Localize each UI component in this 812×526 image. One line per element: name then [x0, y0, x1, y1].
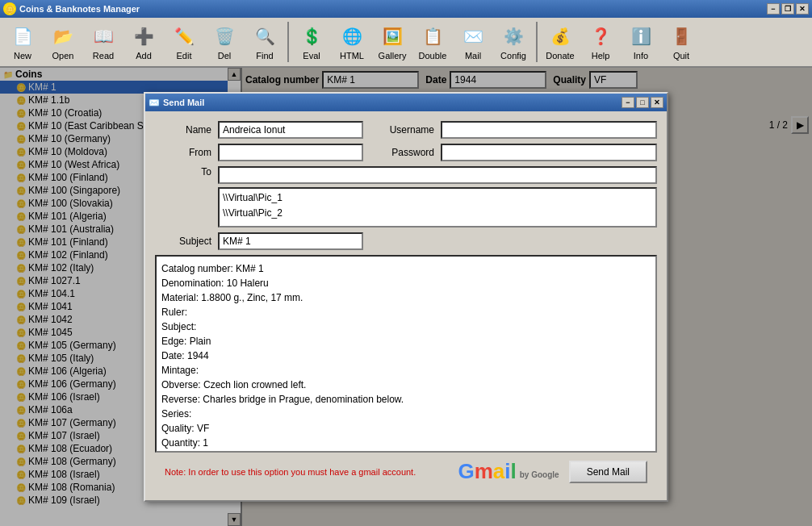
password-label: Password — [370, 147, 434, 158]
message-line-2: Denomination: 10 Haleru — [161, 276, 651, 290]
add-button[interactable]: ➕ Add — [124, 19, 163, 65]
app-title: Coins & Banknotes Manager — [19, 4, 140, 14]
message-line-3: Material: 1.8800 g., Zinc, 17 mm. — [161, 290, 651, 305]
subject-label: Subject — [155, 236, 211, 247]
html-icon: 🌐 — [339, 23, 365, 49]
gallery-button[interactable]: 🖼️ Gallery — [373, 19, 412, 65]
gallery-label: Gallery — [379, 51, 407, 61]
dialog-minimize-button[interactable]: − — [622, 97, 634, 108]
message-line-13: Quantity: 1 — [161, 436, 651, 450]
html-label: HTML — [340, 51, 364, 61]
info-icon: ℹ️ — [628, 23, 654, 49]
name-input[interactable] — [218, 121, 363, 139]
dialog-title-text: Send Mail — [163, 98, 204, 107]
from-input[interactable] — [218, 144, 363, 161]
open-button[interactable]: 📂 Open — [44, 19, 82, 65]
message-line-7: Date: 1944 — [161, 349, 651, 363]
del-icon: 🗑️ — [211, 23, 237, 49]
donate-icon: 💰 — [547, 23, 573, 49]
modal-overlay: ✉️ Send Mail − □ ✕ Name Username From — [0, 68, 812, 526]
double-label: Double — [419, 51, 447, 61]
quit-icon: 🚪 — [668, 23, 694, 49]
message-line-10: Reverse: Charles bridge in Prague, denom… — [161, 392, 651, 407]
dialog-controls: − □ ✕ — [622, 97, 663, 108]
double-icon: 📋 — [420, 23, 446, 49]
name-label: Name — [155, 124, 211, 136]
help-button[interactable]: ❓ Help — [581, 19, 620, 65]
help-icon: ❓ — [588, 23, 613, 49]
separator-2 — [536, 22, 538, 62]
mail-label: Mail — [465, 51, 481, 61]
paths-display: \\Virtual\Pic_1\\Virtual\Pic_2 — [218, 187, 657, 228]
message-line-1: Catalog number: KM# 1 — [161, 261, 651, 276]
message-line-4: Ruler: — [161, 305, 651, 319]
from-label: From — [155, 147, 211, 158]
send-mail-dialog: ✉️ Send Mail − □ ✕ Name Username From — [144, 92, 668, 502]
dialog-footer: Note: In order to use this option you mu… — [155, 453, 657, 491]
message-line-9: Obverse: Czech lion crowned left. — [161, 378, 651, 392]
info-button[interactable]: ℹ️ Info — [622, 19, 660, 65]
to-label: To — [155, 166, 211, 177]
title-bar: 🪙 Coins & Banknotes Manager − ❐ ✕ — [0, 0, 812, 18]
footer-note: Note: In order to use this option you mu… — [165, 467, 416, 477]
gallery-icon: 🖼️ — [379, 23, 405, 49]
config-icon: ⚙️ — [500, 23, 526, 49]
find-button[interactable]: 🔍 Find — [245, 19, 284, 65]
eval-icon: 💲 — [299, 23, 324, 49]
message-line-8: Mintage: — [161, 363, 651, 378]
read-icon: 📖 — [90, 23, 116, 49]
gmail-logo: Gmail by Google — [458, 459, 559, 484]
edit-label: Edit — [177, 51, 192, 61]
username-input[interactable] — [441, 121, 657, 139]
config-button[interactable]: ⚙️ Config — [494, 19, 533, 65]
close-button[interactable]: ✕ — [796, 3, 809, 15]
html-button[interactable]: 🌐 HTML — [333, 19, 371, 65]
read-label: Read — [93, 51, 114, 61]
find-label: Find — [256, 51, 273, 61]
message-line-6: Edge: Plain — [161, 334, 651, 349]
dialog-content: Name Username From Password To \\Virtual… — [145, 111, 667, 500]
dialog-title-icon: ✉️ — [149, 98, 160, 108]
mail-icon: ✉️ — [460, 23, 486, 49]
eval-label: Eval — [303, 51, 320, 61]
mail-button[interactable]: ✉️ Mail — [454, 19, 492, 65]
del-button[interactable]: 🗑️ Del — [205, 19, 244, 65]
donate-label: Donate — [546, 51, 574, 61]
open-icon: 📂 — [50, 23, 76, 49]
new-label: New — [14, 51, 31, 61]
eval-button[interactable]: 💲 Eval — [292, 19, 331, 65]
dialog-title-bar: ✉️ Send Mail − □ ✕ — [145, 94, 667, 111]
message-line-11: Series: — [161, 407, 651, 421]
open-label: Open — [52, 51, 74, 61]
double-button[interactable]: 📋 Double — [413, 19, 452, 65]
password-input[interactable] — [441, 144, 657, 161]
add-label: Add — [136, 51, 152, 61]
help-label: Help — [592, 51, 610, 61]
edit-icon: ✏️ — [171, 23, 197, 49]
subject-input[interactable] — [218, 232, 363, 250]
add-icon: ➕ — [131, 23, 157, 49]
info-label: Info — [634, 51, 648, 61]
donate-button[interactable]: 💰 Donate — [541, 19, 580, 65]
message-line-12: Quality: VF — [161, 421, 651, 436]
to-input[interactable] — [218, 166, 657, 184]
message-box[interactable]: Catalog number: KM# 1 Denomination: 10 H… — [155, 255, 657, 453]
del-label: Del — [218, 51, 232, 61]
window-controls: − ❐ ✕ — [767, 3, 809, 15]
separator-1 — [287, 22, 289, 62]
dialog-close-button[interactable]: ✕ — [651, 97, 663, 108]
dialog-restore-button[interactable]: □ — [636, 97, 649, 108]
config-label: Config — [500, 51, 526, 61]
quit-label: Quit — [673, 51, 689, 61]
new-button[interactable]: 📄 New — [3, 19, 42, 65]
read-button[interactable]: 📖 Read — [84, 19, 123, 65]
edit-button[interactable]: ✏️ Edit — [165, 19, 203, 65]
restore-button[interactable]: ❐ — [781, 3, 794, 15]
username-label: Username — [370, 124, 434, 136]
quit-button[interactable]: 🚪 Quit — [662, 19, 701, 65]
minimize-button[interactable]: − — [767, 3, 780, 15]
message-line-5: Subject: — [161, 319, 651, 334]
app-icon: 🪙 — [3, 2, 16, 15]
send-mail-button[interactable]: Send Mail — [569, 461, 647, 483]
new-icon: 📄 — [10, 23, 36, 49]
